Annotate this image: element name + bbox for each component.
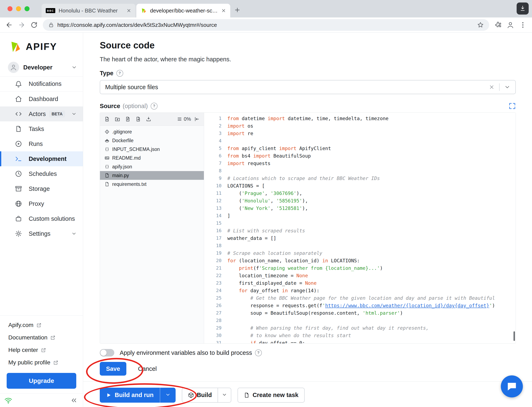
bell-icon bbox=[15, 80, 22, 87]
new-tab-button[interactable] bbox=[231, 4, 243, 16]
code-token: first_displayed_date = bbox=[227, 280, 305, 286]
new-folder-button[interactable] bbox=[113, 115, 122, 124]
sidebar-item-settings[interactable]: Settings bbox=[0, 226, 83, 241]
browser-tab[interactable]: BBCHonolulu - BBC Weather bbox=[42, 4, 136, 17]
zoom-window-button[interactable] bbox=[24, 6, 30, 11]
downloads-button[interactable] bbox=[517, 2, 529, 15]
account-switcher[interactable]: Developer bbox=[0, 58, 83, 77]
upgrade-button[interactable]: Upgrade bbox=[7, 373, 76, 389]
chevron-down-icon bbox=[165, 392, 171, 398]
tab-close-icon[interactable] bbox=[126, 8, 131, 13]
code-token: ) bbox=[380, 266, 383, 271]
footer-link-help-center[interactable]: Help center bbox=[0, 344, 83, 356]
build-and-run-split-button: Build and run bbox=[100, 388, 176, 403]
collapse-sidebar-button[interactable] bbox=[70, 397, 77, 404]
code-token: ), bbox=[302, 198, 308, 204]
cancel-button[interactable]: Cancel bbox=[138, 365, 157, 372]
apify-favicon bbox=[140, 8, 147, 14]
footer-link-my-public-profile[interactable]: My public profile bbox=[0, 356, 83, 369]
line-number: 25 bbox=[204, 294, 227, 302]
sidebar-item-notifications[interactable]: Notifications bbox=[0, 77, 83, 92]
collapse-panel-button[interactable] bbox=[192, 115, 201, 124]
code-editor[interactable]: 1from datetime import datetime, time, ti… bbox=[204, 113, 516, 343]
sidebar-item-dashboard[interactable]: Dashboard bbox=[0, 92, 83, 106]
chevron-down-icon[interactable] bbox=[504, 84, 510, 90]
sidebar-item-schedules[interactable]: Schedules bbox=[0, 166, 83, 181]
save-button[interactable]: Save bbox=[100, 362, 126, 376]
code-token: day_offset bbox=[247, 288, 282, 293]
file-item[interactable]: apify.json bbox=[100, 162, 204, 171]
bookmark-star-icon[interactable] bbox=[477, 22, 484, 28]
sidebar-item-development[interactable]: Development bbox=[0, 151, 83, 166]
code-token: ApifyClient bbox=[296, 146, 331, 151]
line-number: 1 bbox=[204, 115, 227, 122]
code-text: soup = BeautifulSoup(response.content, '… bbox=[227, 309, 403, 317]
help-icon[interactable]: ? bbox=[151, 103, 158, 110]
build-and-run-label: Build and run bbox=[115, 392, 154, 399]
tab-close-icon[interactable] bbox=[221, 8, 226, 13]
file-item[interactable]: main.py bbox=[100, 171, 204, 180]
footer-link-documentation[interactable]: Documentation bbox=[0, 331, 83, 344]
code-token: from bbox=[227, 146, 239, 151]
extensions-icon[interactable] bbox=[494, 21, 502, 29]
code-line: 7import requests bbox=[204, 160, 516, 167]
file-item[interactable]: .gitignore bbox=[100, 127, 204, 136]
chat-widget-button[interactable] bbox=[501, 376, 523, 398]
file-item[interactable]: INPUT_SCHEMA.json bbox=[100, 145, 204, 154]
code-token: None bbox=[296, 273, 308, 278]
line-number: 8 bbox=[204, 167, 227, 175]
file-item[interactable]: Dockerfile bbox=[100, 136, 204, 145]
code-text: ] bbox=[227, 212, 230, 219]
code-text: first_displayed_date = None bbox=[227, 279, 316, 287]
build-and-run-dropdown[interactable] bbox=[160, 388, 176, 403]
build-button[interactable]: Build bbox=[182, 388, 218, 402]
home-icon bbox=[15, 95, 22, 102]
fullscreen-icon[interactable] bbox=[509, 102, 516, 110]
file-toolbar: 0% bbox=[100, 113, 204, 126]
sidebar-item-runs[interactable]: Runs bbox=[0, 136, 83, 151]
footer-link-label: Apify.com bbox=[8, 322, 33, 329]
code-token: , bbox=[270, 198, 276, 204]
create-new-task-button[interactable]: Create new task bbox=[238, 388, 305, 403]
build-icon bbox=[188, 392, 194, 398]
code-line: 1from datetime import datetime, time, ti… bbox=[204, 115, 516, 122]
browser-menu-icon[interactable] bbox=[519, 21, 527, 29]
line-number: 3 bbox=[204, 130, 227, 137]
file-item[interactable]: requirements.txt bbox=[100, 180, 204, 188]
type-select[interactable]: Multiple source files bbox=[100, 80, 516, 94]
upload-file-button[interactable] bbox=[123, 115, 132, 124]
sidebar-item-actors[interactable]: ActorsBETA bbox=[0, 106, 83, 121]
clear-icon[interactable] bbox=[489, 84, 495, 90]
help-icon[interactable]: ? bbox=[116, 70, 123, 77]
help-icon[interactable]: ? bbox=[255, 349, 262, 356]
scrollbar-thumb[interactable] bbox=[514, 331, 515, 341]
download-files-button[interactable] bbox=[144, 115, 153, 124]
minimize-window-button[interactable] bbox=[16, 6, 21, 11]
code-text: from datetime import datetime, time, tim… bbox=[227, 115, 388, 122]
import-file-button[interactable] bbox=[134, 115, 143, 124]
file-item[interactable]: README.md bbox=[100, 154, 204, 162]
address-bar[interactable]: https://console.apify.com/actors/dev/k5t… bbox=[43, 19, 489, 31]
browser-profile-icon[interactable] bbox=[507, 21, 514, 29]
build-dropdown[interactable] bbox=[218, 388, 231, 402]
sidebar-item-tasks[interactable]: Tasks bbox=[0, 121, 83, 136]
code-token: location_timezone = bbox=[227, 273, 296, 278]
line-number: 29 bbox=[204, 324, 227, 332]
browser-tab[interactable]: developer/bbc-weather-scrape bbox=[136, 4, 230, 17]
build-and-run-button[interactable]: Build and run bbox=[100, 388, 160, 403]
sidebar-item-storage[interactable]: Storage bbox=[0, 181, 83, 196]
env-toggle[interactable] bbox=[100, 349, 114, 357]
new-file-button[interactable] bbox=[102, 115, 112, 124]
reload-button[interactable] bbox=[30, 21, 38, 29]
code-token: (location_name, location_id) bbox=[236, 258, 322, 263]
code-token: 'html.parser' bbox=[363, 310, 400, 316]
code-token: # When parsing the first day, find out w… bbox=[227, 325, 429, 331]
line-number: 24 bbox=[204, 287, 227, 294]
back-button[interactable] bbox=[5, 21, 13, 29]
forward-button[interactable] bbox=[18, 21, 25, 29]
close-window-button[interactable] bbox=[8, 6, 12, 11]
line-number: 11 bbox=[204, 190, 227, 197]
footer-link-apify-com[interactable]: Apify.com bbox=[0, 319, 83, 331]
sidebar-item-proxy[interactable]: Proxy bbox=[0, 196, 83, 211]
sidebar-item-custom-solutions[interactable]: Custom solutions bbox=[0, 211, 83, 226]
